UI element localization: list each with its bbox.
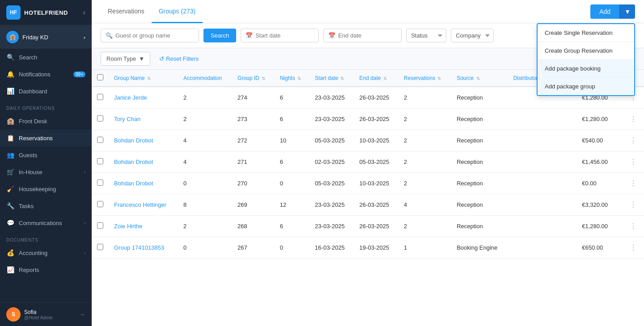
cell-end-date: 19-03-2025 [354,237,399,259]
reset-filters-button[interactable]: ↺ Reset Filters [155,52,203,65]
cell-group-name[interactable]: Bohdan Drobot [109,151,178,173]
sidebar-item-communications[interactable]: 💬 Communications › [0,214,92,231]
cell-group-name[interactable]: Bohdan Drobot [109,130,178,151]
sort-group-name-icon: ⇅ [147,76,151,81]
row-checkbox[interactable] [97,244,103,250]
cell-group-name[interactable]: Francesco Hettinger [109,194,178,216]
sort-start-date-icon: ⇅ [340,76,344,81]
cell-nights: 0 [275,173,309,194]
sidebar-item-tasks[interactable]: 🔧 Tasks [0,197,92,214]
sidebar-item-reports[interactable]: 📈 Reports [0,261,92,278]
row-checkbox[interactable] [97,158,103,164]
communications-chevron-icon: › [84,221,85,226]
row-action-button[interactable]: ⋮ [628,220,639,232]
start-date-input[interactable] [255,29,314,42]
cell-group-name[interactable]: Bohdan Drobot [109,173,178,194]
tab-groups[interactable]: Groups (273) [152,0,203,23]
dropdown-create-single[interactable]: Create Single Reservation [538,24,634,42]
cell-accommodation: 2 [178,87,232,109]
col-group-name[interactable]: Group Name ⇅ [109,70,178,87]
sidebar-item-housekeeping[interactable]: 🧹 Housekeeping [0,180,92,197]
row-action-button[interactable]: ⋮ [628,156,639,168]
sidebar-label-reports: Reports [19,267,39,273]
table-body: Janice Jerde 2 274 6 23-03-2025 26-03-20… [92,87,644,259]
cell-nights: 6 [275,109,309,130]
sidebar-collapse-button[interactable]: ‹ [83,8,85,17]
row-action-button[interactable]: ⋮ [628,199,639,211]
cell-actions: ⋮ [623,173,644,194]
col-nights[interactable]: Nights ⇅ [275,70,309,87]
add-button[interactable]: Add [590,4,619,19]
table-row: Group 1741013853 0 267 0 16-03-2025 19-0… [92,237,644,259]
row-checkbox[interactable] [97,137,103,143]
cell-start-date: 23-03-2025 [309,109,354,130]
sidebar-item-notifications[interactable]: 🔔 Notifications 99+ [0,66,92,83]
dropdown-create-group[interactable]: Create Group Reservation [538,42,634,60]
row-checkbox[interactable] [97,115,103,121]
hotel-selector[interactable]: 🏨 Friday KD › [0,25,92,49]
sidebar-item-accounting[interactable]: 💰 Accounting › [0,244,92,261]
row-checkbox[interactable] [97,222,103,229]
row-checkbox[interactable] [97,201,103,207]
col-reservations[interactable]: Reservations ⇅ [398,70,451,87]
front-desk-icon: 🏨 [6,117,14,125]
col-group-id[interactable]: Group ID ⇅ [232,70,275,87]
dashboard-icon: 📊 [6,87,14,95]
sidebar-label-in-house: In-House [19,169,42,176]
cell-group-name[interactable]: Janice Jerde [109,87,178,109]
table-row: Tory Chan 2 273 6 23-03-2025 26-03-2025 … [92,109,644,130]
user-name: Sofia [24,309,76,315]
sidebar-item-front-desk[interactable]: 🏨 Front Desk [0,113,92,130]
row-checkbox[interactable] [97,94,103,100]
row-checkbox[interactable] [97,180,103,186]
documents-label: DOCUMENTS [0,231,92,244]
sidebar-item-in-house[interactable]: 🛒 In-House › [0,163,92,180]
col-accommodation[interactable]: Accommodation [178,70,232,87]
row-action-button[interactable]: ⋮ [628,113,639,125]
row-action-button[interactable]: ⋮ [628,242,639,254]
sidebar-logo: HF HOTELFRIEND ‹ [0,0,92,25]
select-all-checkbox[interactable] [97,74,103,80]
sidebar-item-dashboard[interactable]: 📊 Dashboard [0,83,92,100]
cell-group-name[interactable]: Tory Chan [109,109,178,130]
cell-distributor-source [508,237,577,259]
notifications-badge: 99+ [73,71,85,77]
cell-distributor-source [508,151,577,173]
dropdown-add-package-booking[interactable]: Add package booking [538,60,634,78]
sidebar-item-guests[interactable]: 👥 Guests [0,146,92,163]
dropdown-add-package-group[interactable]: Add package group [538,78,634,95]
cell-actions: ⋮ [623,194,644,216]
cell-accommodation: 4 [178,151,232,173]
cell-distributor-source [508,173,577,194]
room-type-button[interactable]: Room Type ▼ [101,52,150,66]
col-source[interactable]: Source ⇅ [451,70,508,87]
logout-icon[interactable]: → [79,311,85,318]
col-start-date[interactable]: Start date ⇅ [309,70,354,87]
status-filter[interactable]: Status [406,29,446,42]
cell-source: Reception [451,109,508,130]
end-date-input[interactable] [338,29,397,42]
company-filter[interactable]: Company [451,29,494,42]
sidebar-item-reservations[interactable]: 📋 Reservations [0,130,92,146]
cell-start-date: 23-03-2025 [309,87,354,109]
cell-start-date: 23-03-2025 [309,194,354,216]
add-dropdown-button[interactable]: ▼ [619,4,635,19]
reset-icon: ↺ [159,55,164,62]
cell-source: Reception [451,216,508,237]
avatar: S [6,307,21,322]
search-input[interactable] [115,29,194,42]
cell-total-amount: €1,280.00 [576,216,623,237]
search-button[interactable]: Search [203,29,236,42]
tab-reservations[interactable]: Reservations [101,0,152,23]
col-end-date[interactable]: End date ⇅ [354,70,399,87]
cell-end-date: 26-03-2025 [354,87,399,109]
hotel-icon: 🏨 [6,31,19,43]
cell-group-name[interactable]: Zoie Hirthe [109,216,178,237]
reservations-icon: 📋 [6,134,14,142]
sidebar-item-search[interactable]: 🔍 Search [0,49,92,66]
cell-actions: ⋮ [623,216,644,237]
cell-group-id: 274 [232,87,275,109]
row-action-button[interactable]: ⋮ [628,134,639,146]
cell-group-name[interactable]: Group 1741013853 [109,237,178,259]
row-action-button[interactable]: ⋮ [628,177,639,189]
